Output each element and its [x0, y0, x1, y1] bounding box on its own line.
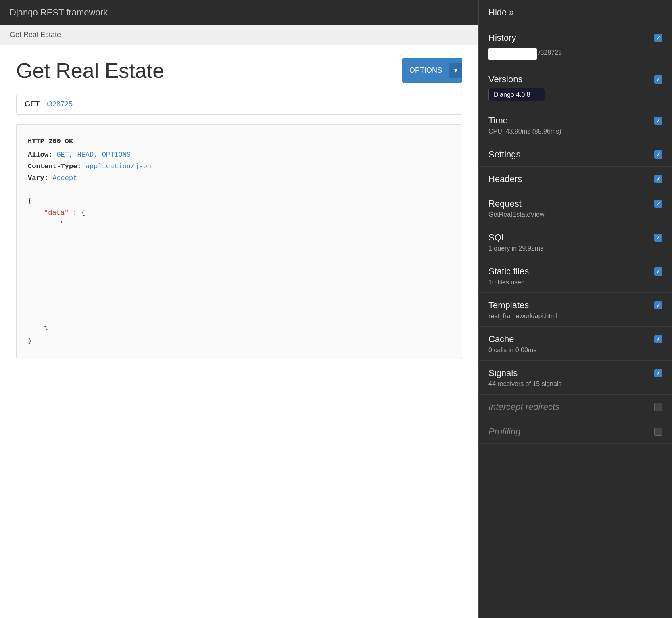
panel-item-headers-title: Headers — [488, 174, 522, 184]
time-checkbox[interactable] — [654, 117, 662, 125]
panel-item-headers-header: Headers — [488, 174, 662, 184]
panel-item-request: Request GetRealEstateView — [479, 191, 672, 225]
left-panel: Django REST framework Get Real Estate Ge… — [0, 0, 478, 618]
panel-item-signals-subtitle: 44 receivers of 15 signals — [488, 380, 662, 388]
hide-label: Hide » — [488, 7, 514, 17]
vary-label: Vary: — [28, 174, 48, 182]
panel-item-signals-header: Signals — [488, 368, 662, 378]
json-data-key: "data" — [44, 209, 69, 217]
panel-item-signals: Signals 44 receivers of 15 signals — [479, 361, 672, 395]
profiling-checkbox[interactable] — [654, 428, 662, 436]
panel-item-time-header: Time — [488, 115, 662, 126]
panel-item-sql-subtitle: 1 query in 29.92ms — [488, 245, 662, 252]
panel-item-intercept-redirects-header: Intercept redirects — [488, 402, 662, 412]
allow-value: GET, HEAD, OPTIONS — [56, 151, 131, 159]
request-row: GET . /328725 — [16, 94, 462, 115]
panel-item-settings-title: Settings — [488, 149, 521, 160]
templates-checkbox[interactable] — [654, 301, 662, 309]
panel-item-request-subtitle: GetRealEstateView — [488, 211, 662, 218]
vary-value: Accept — [52, 174, 77, 182]
history-input-row: /328725 — [488, 46, 662, 60]
static-files-checkbox[interactable] — [654, 267, 662, 276]
panel-item-static-files-title: Static files — [488, 266, 529, 277]
sql-checkbox[interactable] — [654, 234, 662, 242]
panel-item-templates: Templates rest_framework/api.html — [479, 293, 672, 327]
json-open-brace: { — [28, 196, 451, 207]
request-url-suffix: /328725 — [46, 100, 73, 109]
panel-item-history-title: History — [488, 33, 516, 43]
app-header: Django REST framework — [0, 0, 478, 25]
panel-item-time-title: Time — [488, 115, 508, 126]
content-type-value: application/json — [86, 163, 151, 170]
panel-item-time: Time CPU: 43.90ms (85.96ms) — [479, 108, 672, 142]
options-button[interactable]: OPTIONS ▾ — [402, 58, 462, 83]
panel-item-sql-header: SQL — [488, 232, 662, 243]
allow-label: Allow: — [28, 151, 52, 159]
page-title: Get Real Estate — [16, 58, 164, 83]
history-url-suffix: /328725 — [538, 49, 562, 56]
panel-item-cache-title: Cache — [488, 334, 514, 344]
panel-item-static-files-subtitle: 10 files used — [488, 279, 662, 286]
panel-item-sql-title: SQL — [488, 232, 506, 243]
json-close-inner: } — [44, 324, 451, 336]
panel-item-request-header: Request — [488, 198, 662, 209]
hide-button[interactable]: Hide » — [479, 0, 672, 25]
intercept-redirects-checkbox[interactable] — [654, 403, 662, 411]
panel-item-intercept-redirects: Intercept redirects — [479, 395, 672, 419]
panel-item-settings-header: Settings — [488, 149, 662, 160]
panel-item-profiling-header: Profiling — [488, 426, 662, 437]
panel-item-templates-title: Templates — [488, 300, 529, 311]
response-allow-line: Allow: GET, HEAD, OPTIONS — [28, 149, 451, 161]
app-title: Django REST framework — [10, 7, 108, 17]
breadcrumb-text: Get Real Estate — [10, 31, 61, 39]
response-content-type-line: Content-Type: application/json — [28, 161, 451, 173]
response-box: HTTP 200 OK Allow: GET, HEAD, OPTIONS Co… — [16, 124, 462, 359]
request-checkbox[interactable] — [654, 200, 662, 208]
response-vary-line: Vary: Accept — [28, 173, 451, 184]
versions-checkbox[interactable] — [654, 75, 662, 84]
panel-item-versions-header: Versions — [488, 74, 662, 85]
panel-item-cache-header: Cache — [488, 334, 662, 344]
signals-checkbox[interactable] — [654, 369, 662, 377]
json-close-brace: } — [28, 336, 451, 347]
settings-checkbox[interactable] — [654, 150, 662, 159]
panel-item-time-subtitle: CPU: 43.90ms (85.96ms) — [488, 128, 662, 135]
panel-item-sql: SQL 1 query in 29.92ms — [479, 225, 672, 259]
panel-item-cache-subtitle: 0 calls in 0.00ms — [488, 347, 662, 354]
history-checkbox[interactable] — [654, 34, 662, 42]
json-data-line: "data" : { — [44, 207, 451, 219]
http-method: GET — [25, 100, 40, 109]
response-status: HTTP 200 OK — [28, 136, 451, 148]
panel-item-profiling: Profiling — [479, 419, 672, 444]
panel-item-cache: Cache 0 calls in 0.00ms — [479, 327, 672, 361]
page-title-row: Get Real Estate OPTIONS ▾ — [16, 58, 462, 83]
panel-item-versions-title: Versions — [488, 74, 522, 85]
right-panel: Hide » History /328725 Versions Django 4… — [478, 0, 672, 618]
panel-item-signals-title: Signals — [488, 368, 518, 378]
panel-item-static-files-header: Static files — [488, 266, 662, 277]
breadcrumb-bar: Get Real Estate — [0, 25, 478, 45]
panel-item-static-files: Static files 10 files used — [479, 259, 672, 293]
panel-item-settings: Settings — [479, 142, 672, 167]
options-button-label: OPTIONS — [402, 62, 449, 79]
panel-item-versions: Versions Django 4.0.8 — [479, 67, 672, 108]
headers-checkbox[interactable] — [654, 175, 662, 183]
panel-item-intercept-redirects-title: Intercept redirects — [488, 402, 559, 412]
content-type-label: Content-Type: — [28, 163, 81, 170]
version-select-row: Django 4.0.8 — [488, 88, 662, 101]
history-input[interactable] — [488, 48, 537, 60]
json-inner-line: " — [60, 219, 451, 231]
json-inner-key: " — [60, 221, 64, 228]
panel-item-templates-subtitle: rest_framework/api.html — [488, 313, 662, 320]
main-content: Get Real Estate OPTIONS ▾ GET . /328725 … — [0, 45, 478, 372]
panel-item-headers: Headers — [479, 167, 672, 191]
panel-item-profiling-title: Profiling — [488, 426, 520, 437]
panel-item-templates-header: Templates — [488, 300, 662, 311]
panel-item-request-title: Request — [488, 198, 522, 209]
panel-item-history: History /328725 — [479, 25, 672, 67]
options-button-arrow: ▾ — [449, 63, 462, 78]
cache-checkbox[interactable] — [654, 335, 662, 343]
version-select[interactable]: Django 4.0.8 — [488, 88, 545, 101]
panel-item-history-header: History — [488, 33, 662, 43]
